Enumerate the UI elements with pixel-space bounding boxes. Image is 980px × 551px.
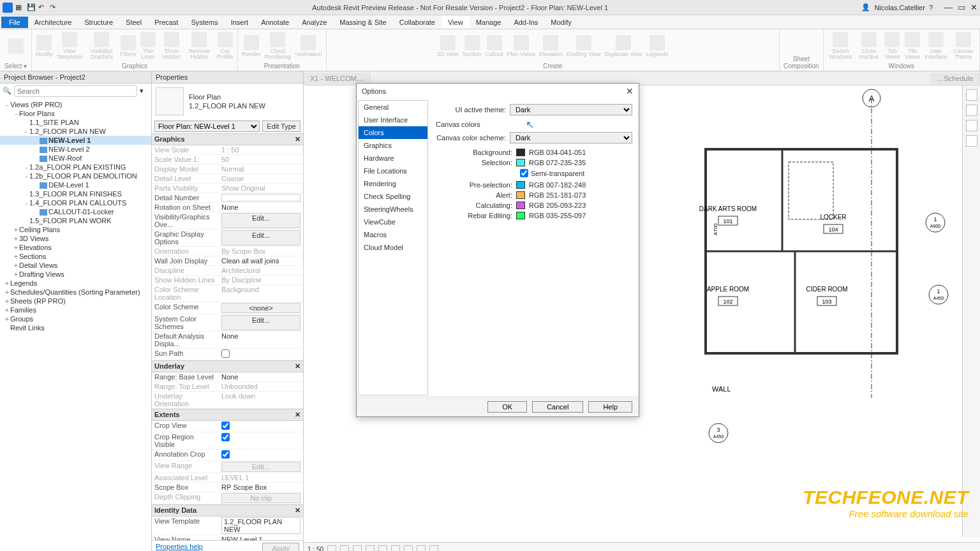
tool-draftingview[interactable]: Drafting View xyxy=(567,35,600,57)
dialog-nav-item[interactable]: Graphics xyxy=(359,139,427,152)
tool-duplicateview[interactable]: Duplicate View xyxy=(604,35,642,57)
reveal-icon[interactable] xyxy=(429,545,438,552)
theme-select[interactable]: Dark xyxy=(510,104,632,115)
tool-canvastheme[interactable]: Canvas Theme xyxy=(951,32,976,60)
tool-dview[interactable]: 3D View xyxy=(437,35,458,57)
tool-viewtemplates[interactable]: View Templates xyxy=(57,32,83,60)
tool-showhiddenlines[interactable]: Show Hidden xyxy=(161,32,182,60)
tab-analyze[interactable]: Analyze xyxy=(295,17,333,28)
view-tab-2[interactable]: …Schedule xyxy=(930,73,980,84)
tool-planviews[interactable]: Plan Views xyxy=(507,35,535,57)
qat-undo-icon[interactable]: ↶ xyxy=(38,3,47,12)
tool-switchwindows[interactable]: Switch Windows xyxy=(828,32,854,60)
sun-path-icon[interactable] xyxy=(353,545,362,552)
tool-animation[interactable]: *animation xyxy=(295,35,322,57)
tab-systems[interactable]: Systems xyxy=(184,17,224,28)
qat-redo-icon[interactable]: ↷ xyxy=(50,3,59,12)
properties-help-link[interactable]: Properties help xyxy=(156,543,203,551)
tree-node[interactable]: 1.1_SITE PLAN xyxy=(0,118,151,127)
tab-manage[interactable]: Manage xyxy=(470,17,508,28)
tool-tabviews[interactable]: Tab Views xyxy=(884,32,901,60)
dialog-nav-item[interactable]: Hardware xyxy=(359,152,427,165)
properties-apply-button[interactable]: Apply xyxy=(262,543,299,551)
color-swatch[interactable] xyxy=(516,159,525,166)
prop-row[interactable]: Parts VisibilityShow Original xyxy=(152,184,303,193)
prop-row[interactable]: Crop View xyxy=(152,421,303,432)
tool-modify[interactable]: Modify xyxy=(36,35,53,57)
tree-node[interactable]: +Detail Views xyxy=(0,261,151,270)
prop-row[interactable]: Range: Base LevelNone xyxy=(152,372,303,382)
dialog-close-button[interactable]: ✕ xyxy=(626,86,634,96)
tree-node[interactable]: -1.2b_FLOOR PLAN DEMOLITION xyxy=(0,172,151,180)
nav-cube-icon[interactable] xyxy=(966,105,977,116)
dialog-nav-item[interactable]: SteeringWheels xyxy=(359,203,427,216)
prop-row[interactable]: Underlay OrientationLook down xyxy=(152,392,303,409)
quick-access-toolbar[interactable]: ▦ 💾 ↶ ↷ xyxy=(15,3,59,12)
prop-row[interactable]: Detail LevelCoarse xyxy=(152,174,303,184)
help-icon[interactable]: ? xyxy=(929,4,933,11)
crop-icon[interactable] xyxy=(378,545,387,552)
prop-row[interactable]: Scale Value 1:50 xyxy=(152,155,303,165)
prop-row[interactable]: Show Hidden LinesBy Discipline xyxy=(152,276,303,285)
prop-section[interactable]: Extents✕ xyxy=(152,409,303,421)
dialog-nav-item[interactable]: Check Spelling xyxy=(359,190,427,203)
tree-node[interactable]: 1.5_FLOOR PLAN WORK xyxy=(0,216,151,225)
tree-node[interactable]: +Families xyxy=(0,305,151,314)
prop-row[interactable]: Scope BoxRP Scope Box xyxy=(152,483,303,492)
tool-section[interactable]: Section xyxy=(463,35,482,57)
tool-closeinactive[interactable]: Close Inactive xyxy=(858,32,880,60)
tool-render[interactable]: Render xyxy=(242,35,261,57)
scheme-select[interactable]: Dark xyxy=(510,132,632,143)
tool-callout[interactable]: Callout xyxy=(486,35,503,57)
view-scale[interactable]: 1 : 50 xyxy=(308,546,323,551)
user-icon[interactable]: 👤 xyxy=(861,3,870,11)
nav-wheel-icon[interactable] xyxy=(966,120,977,131)
tool-filters[interactable]: Filters xyxy=(120,35,136,57)
tool-cloudrendering[interactable]: Cloud Rendering xyxy=(264,32,291,60)
minimize-button[interactable]: — xyxy=(944,3,953,12)
nav-home-icon[interactable] xyxy=(966,89,977,101)
tool-visibilitygraphics[interactable]: Visibility/ Graphics xyxy=(87,32,117,60)
nav-zoom-icon[interactable] xyxy=(966,135,977,147)
tree-node[interactable]: Revit Links xyxy=(0,323,151,332)
prop-row[interactable]: Associated LevelLEVEL 1 xyxy=(152,473,303,483)
prop-row[interactable]: View Scale1 : 50 xyxy=(152,145,303,155)
prop-row[interactable]: Depth ClippingNo clip xyxy=(152,492,303,504)
tree-node[interactable]: +3D Views xyxy=(0,234,151,243)
close-button[interactable]: ✕ xyxy=(970,3,977,12)
select-label[interactable]: Select ▾ xyxy=(4,61,27,70)
tree-node[interactable]: +Groups xyxy=(0,314,151,323)
select-tool[interactable] xyxy=(8,38,24,54)
qat-open-icon[interactable]: ▦ xyxy=(15,3,24,12)
project-browser-search[interactable] xyxy=(14,85,137,97)
prop-row[interactable]: View RangeEdit... xyxy=(152,461,303,473)
tab-annotate[interactable]: Annotate xyxy=(255,17,295,28)
prop-row[interactable]: Crop Region Visible xyxy=(152,432,303,450)
visual-style-icon[interactable] xyxy=(340,545,349,552)
tree-node[interactable]: DEM-Level 1 xyxy=(0,180,151,189)
help-button[interactable]: Help xyxy=(588,401,632,413)
tool-removehiddenlines[interactable]: Remove Hidden xyxy=(186,32,212,60)
prop-row[interactable]: View NameNEW-Level 1 xyxy=(152,535,303,540)
prop-row[interactable]: Annotation Crop xyxy=(152,450,303,461)
dialog-nav-item[interactable]: General xyxy=(359,101,427,114)
tree-node[interactable]: NEW-Roof xyxy=(0,154,151,163)
tree-node[interactable]: NEW-Level 1 xyxy=(0,136,151,145)
tree-node[interactable]: +Drafting Views xyxy=(0,270,151,279)
prop-row[interactable]: View Template1.2_FLOOR PLAN NEW xyxy=(152,517,303,535)
prop-section[interactable]: Underlay✕ xyxy=(152,360,303,372)
prop-row[interactable]: Display ModelNormal xyxy=(152,165,303,174)
temp-hide-icon[interactable] xyxy=(417,545,426,552)
tool-userinterface[interactable]: User Interface xyxy=(924,32,947,60)
tool-thinlines[interactable]: Thin Lines xyxy=(140,32,157,60)
prop-row[interactable]: Color Scheme LocationBackground xyxy=(152,285,303,302)
tree-node[interactable]: +Legends xyxy=(0,279,151,288)
tab-collaborate[interactable]: Collaborate xyxy=(393,17,442,28)
prop-row[interactable]: Visibility/Graphics Ove...Edit... xyxy=(152,212,303,230)
prop-row[interactable]: Wall Join DisplayClean all wall joins xyxy=(152,256,303,266)
user-name[interactable]: Nicolas.Catellier xyxy=(874,4,924,11)
dialog-nav-item[interactable]: Colors xyxy=(359,126,427,139)
prop-row[interactable]: Sun Path xyxy=(152,349,303,360)
prop-row[interactable]: System Color SchemesEdit... xyxy=(152,314,303,332)
tool-legends[interactable]: Legends xyxy=(646,35,669,57)
